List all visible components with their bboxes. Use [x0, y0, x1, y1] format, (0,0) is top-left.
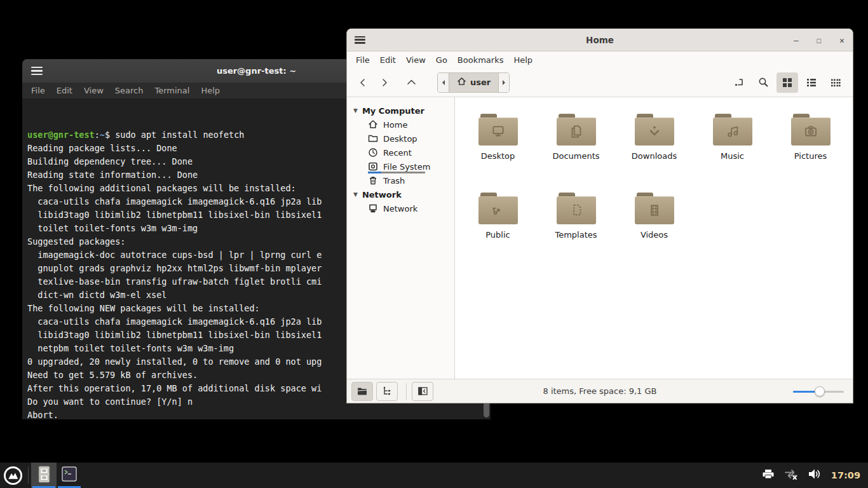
fm-menu-help[interactable]: Help [508, 55, 538, 65]
fm-menu-view[interactable]: View [401, 55, 431, 65]
prompt-symbol: $ [105, 130, 115, 140]
fm-menu-bookmarks[interactable]: Bookmarks [452, 55, 509, 65]
folder-music[interactable]: Music [693, 105, 771, 184]
terminal-line: Abort. [27, 409, 491, 419]
file-manager-titlebar[interactable]: Home – ☐ ✕ [347, 29, 853, 51]
zoom-slider[interactable] [793, 386, 844, 396]
sidebar-section-network[interactable]: ▼Network [347, 187, 454, 201]
downloads-emblem-icon [635, 118, 674, 146]
back-button[interactable] [352, 72, 374, 93]
statusbar: 8 items, Free space: 9,1 GB [347, 379, 853, 403]
breadcrumb: user [437, 72, 510, 93]
sidebar-item-network[interactable]: Network [347, 201, 454, 215]
folder-videos[interactable]: Videos [615, 184, 693, 262]
folder-templates[interactable]: Templates [537, 184, 615, 262]
breadcrumb-label: user [470, 78, 491, 87]
terminal-menu-icon[interactable] [31, 67, 43, 75]
folder-icon [478, 193, 518, 224]
folder-label: Downloads [632, 151, 677, 161]
up-button[interactable] [400, 72, 422, 93]
edit-location-icon[interactable] [728, 72, 750, 93]
folder-label: Videos [641, 230, 668, 240]
compact-view-icon[interactable] [825, 72, 846, 93]
search-icon[interactable] [752, 72, 774, 93]
sidebar-item-label: Desktop [383, 134, 417, 144]
sidebar-item-recent[interactable]: Recent [347, 146, 454, 159]
sidebar-item-home[interactable]: Home [347, 118, 454, 132]
folder-icon [478, 114, 518, 146]
home-icon [457, 77, 466, 88]
public-emblem-icon [478, 196, 518, 224]
taskbar: 17:09 [0, 463, 868, 488]
terminal-menu-terminal[interactable]: Terminal [149, 86, 195, 95]
trash-icon [368, 175, 378, 186]
folder-label: Public [485, 230, 510, 240]
sidebar-item-trash[interactable]: Trash [347, 173, 454, 187]
file-manager-menu-icon[interactable] [355, 36, 365, 44]
folder-icon [713, 114, 752, 146]
folder-downloads[interactable]: Downloads [615, 105, 693, 184]
toggle-sidebar-button[interactable] [412, 382, 433, 401]
file-manager-title: Home [347, 35, 853, 45]
terminal-menu-view[interactable]: View [78, 86, 109, 95]
prompt-path: ~ [100, 130, 105, 140]
breadcrumb-current[interactable]: user [449, 73, 498, 92]
sidebar-item-label: Home [383, 120, 407, 130]
volume-icon[interactable] [807, 467, 821, 484]
file-manager-menubar: FileEditViewGoBookmarksHelp [347, 51, 853, 68]
zoom-slider-handle[interactable] [815, 386, 825, 396]
sidebar-item-label: Recent [383, 148, 412, 158]
sidebar-item-desktop[interactable]: Desktop [347, 132, 454, 146]
close-button[interactable]: ✕ [837, 36, 846, 45]
breadcrumb-scroll-left[interactable] [438, 73, 449, 92]
desktop: user@gnr-test: ~ FileEditViewSearchTermi… [0, 0, 868, 488]
sidebar-section-my-computer[interactable]: ▼My Computer [347, 104, 454, 118]
taskbar-terminal-button[interactable] [57, 463, 82, 488]
terminal-menu-edit[interactable]: Edit [51, 86, 78, 95]
sidebar-item-file-system[interactable]: File System [347, 159, 454, 173]
sidebar: ▼My ComputerHomeDesktopRecentFile System… [347, 97, 455, 379]
maximize-button[interactable]: ☐ [815, 36, 824, 45]
fm-menu-file[interactable]: File [351, 55, 375, 65]
file-view[interactable]: DesktopDocumentsDownloadsMusicPicturesPu… [455, 97, 853, 379]
forward-button[interactable] [374, 72, 395, 93]
show-places-button[interactable] [351, 382, 373, 401]
templates-emblem-icon [557, 196, 596, 224]
distro-logo-icon[interactable] [0, 463, 25, 488]
breadcrumb-scroll-right[interactable] [498, 73, 509, 92]
minimize-button[interactable]: – [792, 36, 801, 45]
expander-icon: ▼ [353, 191, 358, 198]
sidebar-item-label: Trash [383, 176, 405, 186]
folder-icon [557, 114, 596, 146]
network-offline-icon[interactable] [783, 467, 799, 484]
list-view-icon[interactable] [801, 72, 822, 93]
folder-desktop[interactable]: Desktop [459, 105, 537, 184]
grid-view-icon[interactable] [776, 72, 798, 93]
home-icon [368, 119, 378, 130]
terminal-icon [61, 466, 78, 485]
folder-documents[interactable]: Documents [537, 105, 615, 184]
terminal-menu-file[interactable]: File [25, 86, 51, 95]
folder-public[interactable]: Public [459, 184, 537, 262]
sidebar-section-label: My Computer [362, 106, 424, 116]
sidebar-section-label: Network [362, 190, 402, 200]
terminal-menu-search[interactable]: Search [109, 86, 149, 95]
videos-emblem-icon [635, 196, 674, 224]
folder-pictures[interactable]: Pictures [771, 105, 850, 184]
show-treeview-button[interactable] [376, 382, 398, 401]
expander-icon: ▼ [353, 107, 358, 114]
prompt-user: user@gnr-test [27, 130, 95, 140]
folder-icon [368, 133, 378, 144]
printer-icon[interactable] [761, 467, 775, 484]
taskbar-file-manager-button[interactable] [31, 463, 57, 488]
clock[interactable]: 17:09 [831, 470, 860, 480]
sidebar-item-label: Network [383, 204, 417, 214]
terminal-menu-help[interactable]: Help [195, 86, 226, 95]
command-text: sudo apt install neofetch [115, 130, 244, 140]
fm-menu-go[interactable]: Go [431, 55, 452, 65]
file-manager-icon [36, 466, 52, 485]
folder-icon [791, 114, 831, 146]
taskbar-separator [28, 467, 29, 484]
fm-menu-edit[interactable]: Edit [375, 55, 401, 65]
folder-icon [635, 193, 674, 224]
